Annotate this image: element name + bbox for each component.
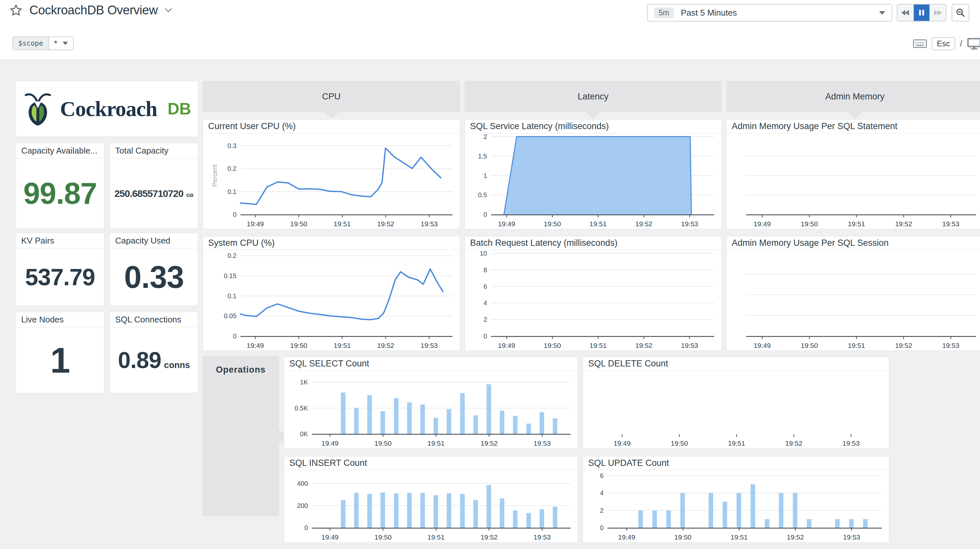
chart-card-sql-delete-count: SQL DELETE Count 19:4919:5019:5119:5219:… [583,357,889,449]
stat-value: 0.33 [110,248,198,305]
keyboard-icon[interactable] [913,38,927,49]
time-range-picker[interactable]: 5m Past 5 Minutes [647,4,892,22]
svg-text:19:52: 19:52 [635,342,652,349]
svg-text:0: 0 [484,211,487,218]
chart-title: SQL INSERT Count [284,456,578,470]
svg-text:19:53: 19:53 [533,533,550,541]
svg-text:19:49: 19:49 [754,220,771,228]
esc-button[interactable]: Esc [932,37,955,50]
chart-title: System CPU (%) [203,236,460,250]
stat-card-capacity-used: Capacity Used 0.33 [110,233,198,306]
svg-text:19:50: 19:50 [801,342,818,349]
svg-text:19:49: 19:49 [321,440,339,447]
chart-card-system-cpu: System CPU (%) 00.050.10.150.219:4919:50… [203,236,460,351]
group-notch [324,112,339,119]
current-user-cpu-plot[interactable]: 00.10.20.3Percent19:4919:5019:5119:5219:… [203,133,460,229]
svg-text:19:52: 19:52 [377,220,395,228]
group-header-cpu[interactable]: CPU [203,81,460,112]
svg-text:200: 200 [297,502,308,509]
scope-value-text: * [54,39,57,48]
chart-title: Batch Request Latency (milliseconds) [465,236,721,250]
stat-value: 250.6855710720GB [110,159,198,228]
svg-text:19:53: 19:53 [420,220,438,228]
svg-text:0.2: 0.2 [228,252,237,259]
svg-text:0.3: 0.3 [228,142,237,149]
time-range-label: Past 5 Minutes [681,8,872,18]
svg-text:19:51: 19:51 [590,220,607,228]
svg-text:19:53: 19:53 [681,220,698,228]
group-header-operations[interactable]: Operations [203,356,279,516]
chart-card-admin-memory-statement: Admin Memory Usage Per SQL Statement 19:… [726,119,980,229]
svg-text:19:53: 19:53 [843,533,860,541]
title-row: CockroachDB Overview [9,3,173,17]
sql-insert-count-plot[interactable]: 020040019:4919:5019:5119:5219:53 [284,470,578,542]
svg-text:4: 4 [600,489,603,497]
admin-memory-session-plot[interactable]: 19:4919:5019:5119:5219:53 [727,250,980,351]
admin-memory-statement-plot[interactable]: 19:4919:5019:5119:5219:53 [727,133,980,229]
svg-text:0.2: 0.2 [228,165,237,172]
logo-wordmark: Cockroach [60,97,157,121]
stat-unit: GB [186,192,194,198]
svg-text:0K: 0K [300,430,308,438]
svg-text:19:50: 19:50 [544,342,561,349]
svg-text:2: 2 [600,507,603,514]
chart-card-sql-update-count: SQL UPDATE Count 024619:4919:5019:5119:5… [583,456,889,543]
chart-card-sql-insert-count: SQL INSERT Count 020040019:4919:5019:511… [284,456,578,543]
svg-text:19:51: 19:51 [334,220,351,228]
top-bar: CockroachDB Overview 5m Past 5 Minutes [0,0,980,59]
group-notch [586,112,600,119]
group-notch [848,112,862,119]
stat-value: 1 [16,327,104,393]
svg-text:19:53: 19:53 [942,342,959,349]
svg-text:19:49: 19:49 [321,533,339,541]
svg-text:19:50: 19:50 [374,533,392,541]
svg-text:19:52: 19:52 [480,440,498,447]
zoom-out-button[interactable] [951,4,969,22]
svg-text:19:49: 19:49 [754,342,771,349]
stat-card-live-nodes: Live Nodes 1 [16,312,104,393]
group-header-latency[interactable]: Latency [465,81,722,112]
svg-text:19:49: 19:49 [498,342,515,349]
svg-text:1: 1 [484,172,487,179]
chevron-down-icon [879,11,885,15]
sql-delete-count-plot[interactable]: 19:4919:5019:5119:5219:53 [583,371,889,448]
svg-text:0.1: 0.1 [228,188,237,195]
dashboard-screen: CockroachDB Overview 5m Past 5 Minutes [0,0,980,549]
template-variable-scope[interactable]: $scope * [13,36,74,50]
dashboard-content: Cockroach DB Capacity Available... 99.87… [0,59,980,549]
svg-text:19:53: 19:53 [942,220,959,228]
stat-value: 0.89conns [110,327,198,393]
stat-number: 0.33 [124,259,184,295]
page-title: CockroachDB Overview [29,3,158,17]
title-dropdown-chevron-icon[interactable] [164,6,173,15]
stat-value: 99.87 [16,159,104,228]
svg-text:19:49: 19:49 [247,220,264,228]
svg-text:19:53: 19:53 [533,440,550,447]
tv-mode-icon[interactable] [967,38,980,50]
chart-card-batch-request-latency: Batch Request Latency (milliseconds) 024… [465,236,722,351]
sql-service-latency-plot[interactable]: 00.511.5219:4919:5019:5119:5219:53 [465,133,721,229]
svg-text:19:52: 19:52 [635,220,652,228]
batch-request-latency-plot[interactable]: 024681019:4919:5019:5119:5219:53 [465,250,721,351]
group-header-admin-memory[interactable]: Admin Memory [726,81,980,112]
rewind-button[interactable] [897,5,914,21]
scope-variable-value[interactable]: * [49,37,73,49]
svg-text:10: 10 [480,250,487,257]
chart-card-sql-service-latency: SQL Service Latency (milliseconds) 00.51… [465,119,722,229]
star-icon[interactable] [9,3,23,17]
chart-title: Admin Memory Usage Per SQL Statement [727,120,980,133]
svg-text:19:49: 19:49 [618,533,635,541]
svg-text:19:52: 19:52 [377,342,395,349]
fast-forward-button[interactable] [930,5,946,21]
stat-label: KV Pairs [16,233,104,248]
system-cpu-plot[interactable]: 00.050.10.150.219:4919:5019:5119:5219:53 [203,250,460,351]
svg-text:6: 6 [600,472,603,479]
stat-label: Live Nodes [16,312,104,327]
svg-text:19:53: 19:53 [843,440,860,447]
pause-button[interactable] [914,5,930,21]
stat-value: 537.79 [16,248,104,305]
stat-card-kv-pairs: KV Pairs 537.79 [16,233,104,306]
group-title: Operations [216,365,266,375]
sql-update-count-plot[interactable]: 024619:4919:5019:5119:5219:53 [583,470,889,542]
sql-select-count-plot[interactable]: 0K0.5K1K19:4919:5019:5119:5219:53 [284,371,578,448]
